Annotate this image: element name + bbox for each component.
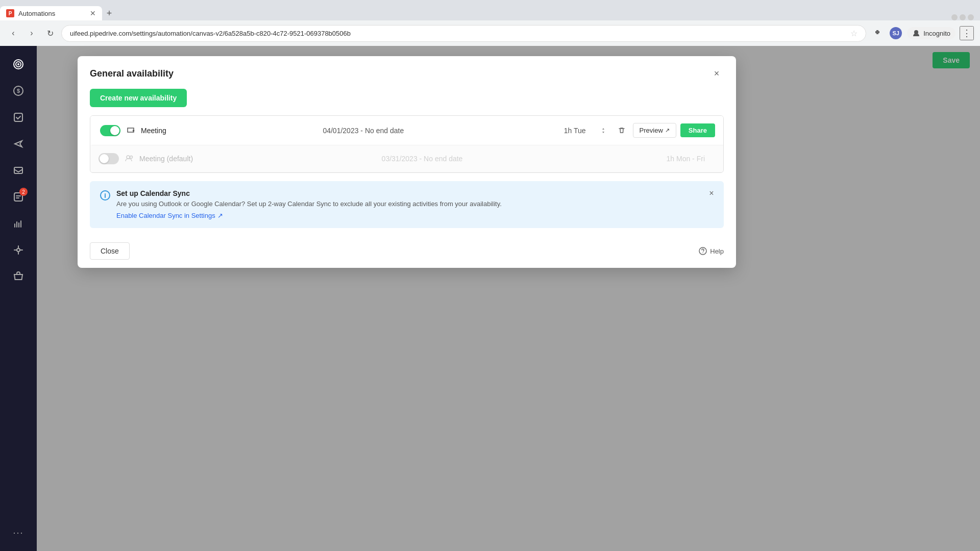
- availability-row-1: Meeting 04/01/2023 - No end date 1h Tue: [90, 116, 723, 145]
- availability-table: Meeting 04/01/2023 - No end date 1h Tue: [90, 115, 724, 173]
- address-bar[interactable]: uifeed.pipedrive.com/settings/automation…: [61, 25, 866, 42]
- close-window-btn[interactable]: [968, 14, 974, 20]
- svg-point-9: [17, 248, 20, 252]
- sidebar-item-automations[interactable]: [6, 238, 31, 262]
- availability-dates-2: 03/31/2023 - No end date: [201, 155, 644, 163]
- modal-body: Create new availability Meeting 04/01/20…: [78, 89, 736, 236]
- modal-title: General availability: [90, 68, 174, 79]
- modal-header: General availability ×: [78, 56, 736, 89]
- cal-sync-description: Are you using Outlook or Google Calendar…: [116, 199, 714, 209]
- page-content: Save Call Due date: Next Monday Timezone…: [37, 46, 980, 551]
- active-tab[interactable]: P Automations ✕: [0, 6, 102, 20]
- tab-close-btn[interactable]: ✕: [90, 9, 96, 17]
- browser-menu-btn[interactable]: ⋮: [960, 26, 974, 40]
- svg-point-14: [703, 253, 704, 254]
- sidebar-item-activities[interactable]: [6, 105, 31, 130]
- availability-duration-2: 1h Mon - Fri: [644, 155, 705, 163]
- svg-point-11: [130, 156, 133, 159]
- svg-point-13: [699, 247, 706, 255]
- sidebar-item-campaigns[interactable]: [6, 132, 31, 156]
- tab-favicon: P: [6, 9, 14, 17]
- availability-duration-1: 1h Tue: [525, 127, 586, 135]
- extensions-btn[interactable]: [870, 26, 885, 40]
- availability-toggle-1[interactable]: [100, 125, 120, 136]
- meeting-icon-2: [123, 153, 135, 165]
- incognito-indicator: Incognito: [907, 27, 955, 39]
- sidebar: $ 2 ···: [0, 46, 37, 551]
- availability-name-1: Meeting: [141, 127, 202, 135]
- sort-btn-1[interactable]: [596, 123, 610, 138]
- help-label: Help: [710, 247, 724, 255]
- sidebar-item-reports[interactable]: [6, 211, 31, 236]
- leads-badge: 2: [19, 188, 28, 196]
- delete-btn-1[interactable]: [615, 123, 629, 138]
- sidebar-item-leads[interactable]: 2: [6, 185, 31, 209]
- modal-footer: Close Help: [78, 236, 736, 268]
- cal-sync-content: Set up Calendar Sync Are you using Outlo…: [116, 189, 714, 220]
- meeting-icon-1: [125, 124, 137, 137]
- sidebar-item-target[interactable]: [6, 52, 31, 77]
- tab-title: Automations: [18, 10, 55, 17]
- minimize-btn[interactable]: [951, 14, 958, 20]
- availability-row-2: Meeting (default) 03/31/2023 - No end da…: [90, 145, 723, 172]
- availability-name-2: Meeting (default): [139, 155, 201, 163]
- cal-sync-title: Set up Calendar Sync: [116, 189, 714, 197]
- sidebar-item-inbox[interactable]: [6, 158, 31, 183]
- sidebar-item-more[interactable]: ···: [6, 520, 31, 545]
- availability-dates-1: 04/01/2023 - No end date: [202, 127, 525, 135]
- forward-btn[interactable]: ›: [24, 26, 39, 40]
- info-icon: [100, 190, 110, 203]
- preview-arrow-icon: ↗: [665, 127, 670, 134]
- profile-btn[interactable]: SJ: [889, 26, 903, 40]
- sidebar-item-marketplace[interactable]: [6, 264, 31, 289]
- back-btn[interactable]: ‹: [6, 26, 20, 40]
- general-availability-modal: General availability × Create new availa…: [78, 56, 736, 268]
- url-text: uifeed.pipedrive.com/settings/automation…: [70, 30, 850, 37]
- svg-point-10: [127, 156, 130, 159]
- create-availability-btn[interactable]: Create new availability: [90, 89, 187, 107]
- svg-text:$: $: [17, 88, 20, 94]
- calendar-sync-banner: Set up Calendar Sync Are you using Outlo…: [90, 181, 724, 228]
- help-btn[interactable]: Help: [699, 247, 724, 255]
- preview-btn-1[interactable]: Preview ↗: [633, 123, 676, 138]
- avail-actions-1: Preview ↗ Share: [596, 123, 715, 138]
- svg-rect-6: [14, 113, 22, 121]
- availability-toggle-2[interactable]: [99, 153, 119, 164]
- close-modal-btn[interactable]: Close: [90, 242, 130, 260]
- maximize-btn[interactable]: [960, 14, 966, 20]
- modal-close-btn[interactable]: ×: [709, 66, 724, 81]
- preview-label-1: Preview: [640, 127, 663, 134]
- cal-sync-link[interactable]: Enable Calendar Sync in Settings ↗: [116, 212, 223, 219]
- svg-point-3: [17, 63, 19, 65]
- new-tab-button[interactable]: +: [102, 6, 116, 20]
- refresh-btn[interactable]: ↻: [43, 26, 57, 40]
- share-btn-1[interactable]: Share: [680, 123, 715, 137]
- sidebar-item-deals[interactable]: $: [6, 79, 31, 103]
- bookmark-icon[interactable]: ☆: [850, 29, 857, 38]
- cal-sync-close-btn[interactable]: ×: [705, 187, 718, 199]
